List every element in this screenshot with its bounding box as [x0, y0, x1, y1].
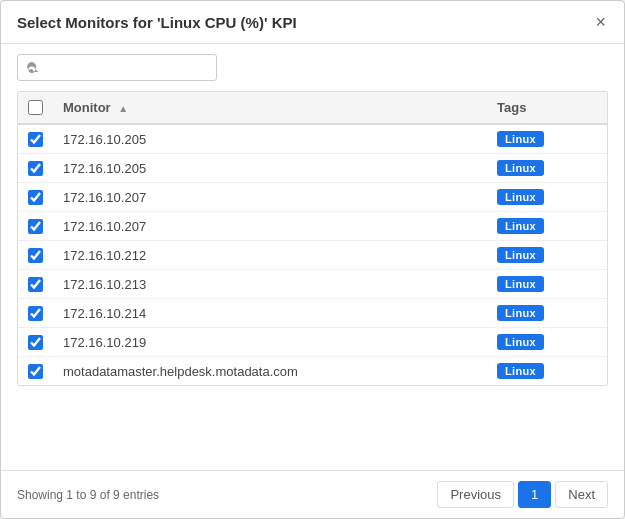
row-monitor: 172.16.10.212 [53, 241, 487, 270]
tag-badge: Linux [497, 131, 544, 147]
table-row: 172.16.10.212Linux [18, 241, 607, 270]
row-checkbox-cell [18, 270, 53, 299]
search-wrapper [17, 54, 608, 81]
pagination: Previous 1 Next [437, 481, 608, 508]
row-5-checkbox[interactable] [28, 277, 43, 292]
row-checkbox-cell [18, 212, 53, 241]
row-tag: Linux [487, 299, 607, 328]
modal-container: Select Monitors for 'Linux CPU (%)' KPI … [0, 0, 625, 519]
col-header-monitor[interactable]: Monitor ▲ [53, 92, 487, 124]
table-row: 172.16.10.213Linux [18, 270, 607, 299]
page-1-button[interactable]: 1 [518, 481, 551, 508]
row-0-checkbox[interactable] [28, 132, 43, 147]
modal-header: Select Monitors for 'Linux CPU (%)' KPI … [1, 1, 624, 44]
row-monitor: 172.16.10.207 [53, 183, 487, 212]
row-checkbox-cell [18, 183, 53, 212]
entries-info: Showing 1 to 9 of 9 entries [17, 488, 159, 502]
row-tag: Linux [487, 241, 607, 270]
table-row: 172.16.10.207Linux [18, 183, 607, 212]
row-3-checkbox[interactable] [28, 219, 43, 234]
row-6-checkbox[interactable] [28, 306, 43, 321]
table-row: 172.16.10.207Linux [18, 212, 607, 241]
row-checkbox-cell [18, 154, 53, 183]
table-header-row: Monitor ▲ Tags [18, 92, 607, 124]
row-tag: Linux [487, 154, 607, 183]
row-tag: Linux [487, 212, 607, 241]
table-row: motadatamaster.helpdesk.motadata.comLinu… [18, 357, 607, 386]
col-header-checkbox [18, 92, 53, 124]
row-checkbox-cell [18, 328, 53, 357]
row-monitor: 172.16.10.205 [53, 124, 487, 154]
row-monitor: 172.16.10.213 [53, 270, 487, 299]
table-body: 172.16.10.205Linux172.16.10.205Linux172.… [18, 124, 607, 385]
tag-badge: Linux [497, 276, 544, 292]
table-row: 172.16.10.214Linux [18, 299, 607, 328]
row-8-checkbox[interactable] [28, 364, 43, 379]
previous-button[interactable]: Previous [437, 481, 514, 508]
monitors-table-wrapper: Monitor ▲ Tags 172.16.10.205Linux172.16.… [17, 91, 608, 386]
row-1-checkbox[interactable] [28, 161, 43, 176]
close-button[interactable]: × [593, 13, 608, 31]
modal-footer: Showing 1 to 9 of 9 entries Previous 1 N… [1, 470, 624, 518]
tag-badge: Linux [497, 334, 544, 350]
row-7-checkbox[interactable] [28, 335, 43, 350]
tag-badge: Linux [497, 305, 544, 321]
next-button[interactable]: Next [555, 481, 608, 508]
modal-body: Monitor ▲ Tags 172.16.10.205Linux172.16.… [1, 44, 624, 460]
row-checkbox-cell [18, 124, 53, 154]
tag-badge: Linux [497, 160, 544, 176]
tag-badge: Linux [497, 218, 544, 234]
table-row: 172.16.10.219Linux [18, 328, 607, 357]
row-monitor: 172.16.10.205 [53, 154, 487, 183]
row-tag: Linux [487, 270, 607, 299]
tag-badge: Linux [497, 363, 544, 379]
monitors-table: Monitor ▲ Tags 172.16.10.205Linux172.16.… [18, 92, 607, 385]
tag-badge: Linux [497, 247, 544, 263]
select-all-checkbox[interactable] [28, 100, 43, 115]
modal-title: Select Monitors for 'Linux CPU (%)' KPI [17, 14, 297, 31]
row-tag: Linux [487, 124, 607, 154]
row-checkbox-cell [18, 299, 53, 328]
row-monitor: 172.16.10.219 [53, 328, 487, 357]
row-monitor: 172.16.10.207 [53, 212, 487, 241]
col-header-tags: Tags [487, 92, 607, 124]
sort-icon: ▲ [118, 103, 128, 114]
row-tag: Linux [487, 357, 607, 386]
row-monitor: motadatamaster.helpdesk.motadata.com [53, 357, 487, 386]
row-tag: Linux [487, 183, 607, 212]
tag-badge: Linux [497, 189, 544, 205]
row-4-checkbox[interactable] [28, 248, 43, 263]
row-checkbox-cell [18, 241, 53, 270]
search-input[interactable] [17, 54, 217, 81]
row-tag: Linux [487, 328, 607, 357]
table-row: 172.16.10.205Linux [18, 124, 607, 154]
table-row: 172.16.10.205Linux [18, 154, 607, 183]
row-monitor: 172.16.10.214 [53, 299, 487, 328]
row-2-checkbox[interactable] [28, 190, 43, 205]
row-checkbox-cell [18, 357, 53, 386]
